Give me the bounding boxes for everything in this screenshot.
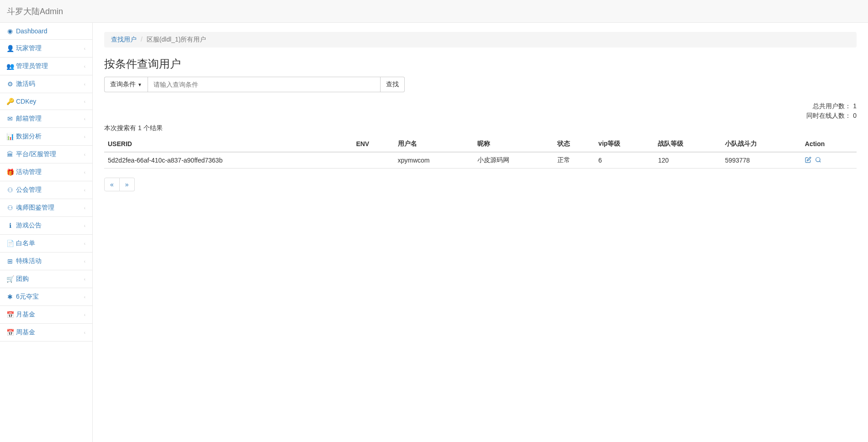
breadcrumb-separator: / [141, 36, 143, 43]
chevron-left-icon: ‹ [84, 295, 85, 300]
sidebar-item-label: 白名单 [16, 239, 35, 247]
sidebar-item-2[interactable]: 👥管理员管理‹ [0, 58, 92, 75]
sidebar-item-label: 6元夺宝 [16, 293, 39, 301]
cell-team_level: 120 [654, 152, 721, 168]
cart-icon: 🛒 [7, 275, 13, 283]
table-row: 5d2d2fea-66af-410c-a837-a90ffed7363bxpym… [104, 152, 857, 168]
search-input[interactable] [148, 77, 381, 92]
gear-icon: ⚙ [7, 80, 13, 88]
sidebar-item-3[interactable]: ⚙激活码‹ [0, 75, 92, 93]
total-users-value: 1 [853, 102, 857, 110]
sidebar-item-label: 邮箱管理 [16, 115, 42, 123]
brand-title: 斗罗大陆Admin [7, 6, 63, 17]
chevron-left-icon: ‹ [84, 223, 85, 228]
sidebar-item-label: 月基金 [16, 310, 35, 319]
search-condition-dropdown[interactable]: 查询条件 ▼ [104, 77, 148, 92]
breadcrumb-link[interactable]: 查找用户 [111, 36, 137, 43]
result-count: 本次搜索有 1 个结果 [104, 124, 857, 132]
cell-username: xpymwcom [394, 152, 474, 168]
sidebar: ◉Dashboard👤玩家管理‹👥管理员管理‹⚙激活码‹🔑CDKey‹✉邮箱管理… [0, 23, 93, 442]
caret-down-icon: ▼ [138, 82, 142, 87]
search-icon[interactable] [815, 157, 821, 164]
chevron-left-icon: ‹ [84, 330, 85, 335]
sidebar-item-label: Dashboard [16, 27, 48, 35]
page-next[interactable]: » [120, 178, 135, 191]
online-users-label: 同时在线人数： [806, 112, 851, 119]
sidebar-item-14[interactable]: 🛒团购‹ [0, 270, 92, 288]
sidebar-item-16[interactable]: 📅月基金‹ [0, 306, 92, 324]
breadcrumb: 查找用户 / 区服(dldl_1)所有用户 [104, 32, 857, 47]
total-users-label: 总共用户数： [813, 102, 851, 110]
sidebar-item-15[interactable]: ✱6元夺宝‹ [0, 288, 92, 306]
key-icon: 🔑 [7, 98, 13, 105]
building-icon: 🏛 [7, 151, 13, 158]
sidebar-item-7[interactable]: 🏛平台/区服管理‹ [0, 146, 92, 163]
chevron-left-icon: ‹ [84, 312, 85, 317]
envelope-icon: ✉ [7, 115, 13, 122]
user-icon: 👤 [7, 45, 13, 52]
sidebar-item-label: 玩家管理 [16, 44, 42, 53]
dashboard-icon: ◉ [7, 27, 13, 35]
th-nickname: 昵称 [474, 136, 554, 152]
sidebar-item-label: 活动管理 [16, 168, 42, 176]
th-env: ENV [352, 136, 394, 152]
pagination: « » [104, 178, 857, 191]
calendar-icon: 📅 [7, 311, 13, 318]
sidebar-item-12[interactable]: 📄白名单‹ [0, 235, 92, 253]
online-users-value: 0 [853, 112, 857, 119]
sidebar-item-5[interactable]: ✉邮箱管理‹ [0, 110, 92, 128]
sidebar-item-label: 团购 [16, 275, 29, 283]
sidebar-item-0[interactable]: ◉Dashboard [0, 23, 92, 40]
cell-action [801, 152, 857, 168]
sidebar-item-8[interactable]: 🎁活动管理‹ [0, 163, 92, 181]
cell-env [352, 152, 394, 168]
sidebar-item-label: 魂师图鉴管理 [16, 204, 54, 212]
sidebar-item-10[interactable]: ⚇魂师图鉴管理‹ [0, 199, 92, 217]
gift-icon: 🎁 [7, 168, 13, 176]
sidebar-item-13[interactable]: ⊞特殊活动‹ [0, 253, 92, 270]
th-action: Action [801, 136, 857, 152]
sidebar-item-label: 管理员管理 [16, 62, 48, 70]
sidebar-item-label: 游戏公告 [16, 221, 42, 230]
cell-status: 正常 [554, 152, 594, 168]
file-icon: 📄 [7, 240, 13, 247]
sidebar-item-17[interactable]: 📅周基金‹ [0, 324, 92, 342]
sidebar-item-label: CDKey [16, 98, 36, 105]
chevron-left-icon: ‹ [84, 241, 85, 246]
sidebar-item-label: 公会管理 [16, 186, 42, 194]
search-form: 查询条件 ▼ 查找 [104, 77, 857, 92]
topbar: 斗罗大陆Admin [0, 0, 868, 23]
asterisk-icon: ✱ [7, 293, 13, 300]
sidebar-item-11[interactable]: ℹ游戏公告‹ [0, 217, 92, 235]
edit-icon[interactable] [805, 157, 811, 164]
barcode-icon: ⊞ [7, 258, 13, 265]
chevron-left-icon: ‹ [84, 205, 85, 210]
th-status: 状态 [554, 136, 594, 152]
cell-power: 5993778 [721, 152, 801, 168]
chevron-left-icon: ‹ [84, 99, 85, 104]
sidebar-item-6[interactable]: 📊数据分析‹ [0, 128, 92, 146]
sidebar-item-label: 激活码 [16, 80, 35, 88]
page-prev[interactable]: « [104, 178, 120, 191]
chevron-left-icon: ‹ [84, 259, 85, 264]
cell-userid: 5d2d2fea-66af-410c-a837-a90ffed7363b [104, 152, 352, 168]
sitemap-icon: ⚇ [7, 186, 13, 194]
th-username: 用户名 [394, 136, 474, 152]
chevron-left-icon: ‹ [84, 116, 85, 121]
sidebar-item-9[interactable]: ⚇公会管理‹ [0, 181, 92, 199]
sidebar-item-1[interactable]: 👤玩家管理‹ [0, 40, 92, 58]
chevron-left-icon: ‹ [84, 277, 85, 282]
search-button[interactable]: 查找 [381, 77, 405, 92]
cell-nickname: 小皮源码网 [474, 152, 554, 168]
chevron-left-icon: ‹ [84, 188, 85, 193]
sidebar-item-label: 平台/区服管理 [16, 150, 56, 158]
chevron-left-icon: ‹ [84, 46, 85, 51]
sidebar-item-label: 周基金 [16, 328, 35, 337]
chevron-left-icon: ‹ [84, 152, 85, 157]
main-content: 查找用户 / 区服(dldl_1)所有用户 按条件查询用户 查询条件 ▼ 查找 … [93, 23, 868, 442]
results-table: USERID ENV 用户名 昵称 状态 vip等级 战队等级 小队战斗力 Ac… [104, 136, 857, 168]
th-power: 小队战斗力 [721, 136, 801, 152]
sidebar-item-4[interactable]: 🔑CDKey‹ [0, 93, 92, 110]
chevron-left-icon: ‹ [84, 170, 85, 175]
stats-panel: 总共用户数： 1 同时在线人数： 0 [104, 101, 857, 121]
